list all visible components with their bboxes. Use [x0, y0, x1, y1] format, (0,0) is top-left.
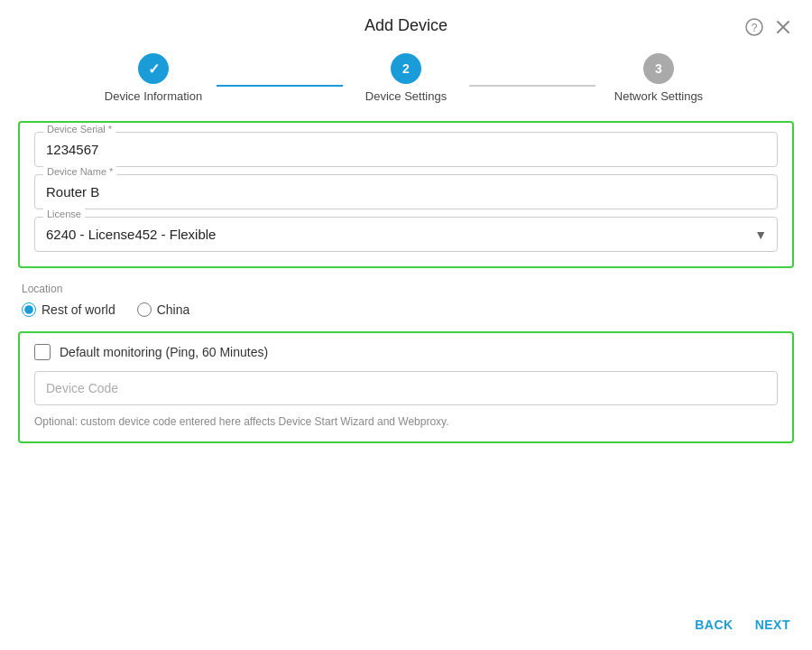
device-name-field: Device Name * — [34, 174, 778, 209]
device-serial-input[interactable] — [34, 132, 778, 167]
close-icon — [776, 20, 790, 34]
device-code-note: Optional: custom device code entered her… — [34, 415, 449, 428]
step-2: 2 Device Settings — [343, 53, 469, 103]
monitoring-checkbox[interactable] — [34, 344, 51, 360]
radio-rest-of-world-input[interactable] — [22, 302, 36, 317]
step-1-circle: ✓ — [138, 53, 169, 84]
stepper: ✓ Device Information 2 Device Settings 3… — [0, 44, 812, 121]
modal-body: Device Serial * Device Name * License 62… — [0, 121, 812, 605]
device-name-label: Device Name * — [43, 166, 116, 177]
header-icons: ? — [743, 16, 794, 38]
radio-rest-of-world-label: Rest of world — [42, 302, 115, 317]
step-2-label: Device Settings — [365, 89, 447, 103]
monitoring-checkbox-row: Default monitoring (Ping, 60 Minutes) — [34, 344, 778, 360]
monitoring-checkbox-label: Default monitoring (Ping, 60 Minutes) — [60, 345, 268, 359]
modal-container: Add Device ? ✓ Dev — [0, 0, 812, 650]
radio-china[interactable]: China — [137, 302, 190, 317]
step-3-label: Network Settings — [614, 89, 703, 103]
modal-title: Add Device — [364, 16, 448, 35]
location-label: Location — [22, 283, 790, 295]
monitoring-section: Default monitoring (Ping, 60 Minutes) Op… — [18, 331, 794, 443]
radio-rest-of-world[interactable]: Rest of world — [22, 302, 115, 317]
step-3: 3 Network Settings — [595, 53, 722, 103]
license-select[interactable]: 6240 - License452 - Flexible 6241 - Lice… — [34, 217, 778, 252]
modal-footer: BACK NEXT — [0, 605, 812, 650]
step-2-symbol: 2 — [402, 61, 410, 76]
close-button[interactable] — [772, 16, 794, 38]
help-button[interactable]: ? — [743, 16, 765, 38]
step-connector-2 — [469, 85, 595, 87]
next-button[interactable]: NEXT — [755, 618, 790, 632]
step-1-icon: ✓ — [148, 60, 160, 78]
device-serial-label: Device Serial * — [43, 124, 115, 135]
license-select-wrapper: 6240 - License452 - Flexible 6241 - Lice… — [34, 217, 778, 252]
step-1-label: Device Information — [105, 89, 202, 103]
device-serial-field: Device Serial * — [34, 132, 778, 167]
svg-text:?: ? — [752, 22, 758, 34]
help-icon: ? — [745, 18, 763, 36]
location-section: Location Rest of world China — [18, 283, 794, 317]
license-field: License 6240 - License452 - Flexible 624… — [34, 217, 778, 252]
radio-china-label: China — [157, 302, 190, 317]
device-name-input[interactable] — [34, 174, 778, 209]
step-2-circle: 2 — [391, 53, 421, 84]
radio-group: Rest of world China — [22, 302, 790, 317]
step-1: ✓ Device Information — [90, 53, 217, 103]
step-connector-1 — [217, 85, 343, 87]
step-3-circle: 3 — [643, 53, 674, 84]
step-3-symbol: 3 — [655, 61, 662, 76]
back-button[interactable]: BACK — [695, 618, 733, 632]
license-label: License — [43, 209, 85, 219]
device-info-group: Device Serial * Device Name * License 62… — [18, 121, 794, 268]
radio-china-input[interactable] — [137, 302, 152, 317]
modal-header: Add Device ? — [0, 0, 812, 44]
device-code-input[interactable] — [34, 371, 778, 405]
